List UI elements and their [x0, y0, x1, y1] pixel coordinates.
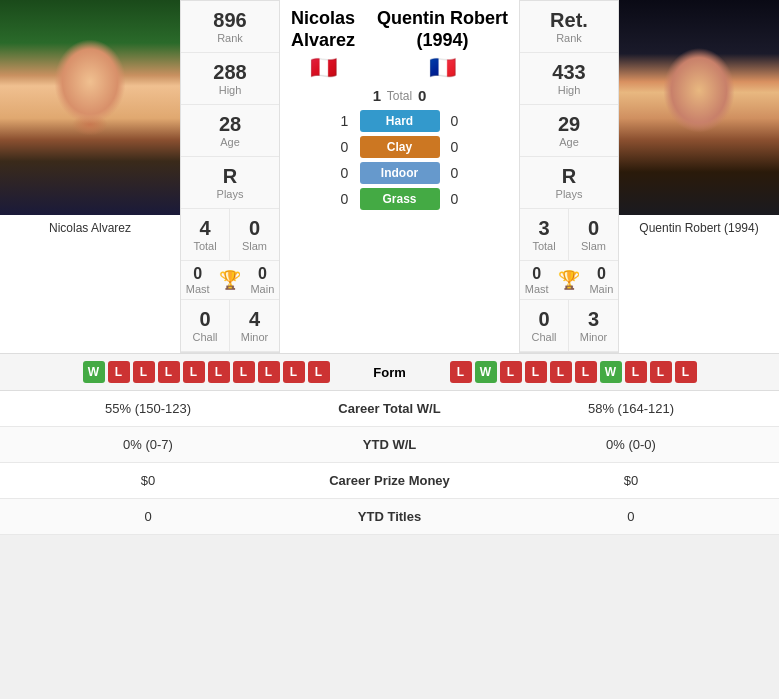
- left-age-block: 28 Age: [181, 105, 279, 157]
- form-badge-l: L: [550, 361, 572, 383]
- right-main-lbl: Main: [589, 283, 613, 295]
- hard-right: 0: [446, 113, 464, 129]
- right-trophy-row: 0 Mast 🏆 0 Main: [520, 261, 618, 300]
- right-total-block: 3 Total: [520, 209, 569, 261]
- right-rank-val: Ret.: [520, 9, 618, 32]
- form-badge-l: L: [108, 361, 130, 383]
- clay-left: 0: [336, 139, 354, 155]
- right-total-val: 3: [520, 217, 568, 240]
- left-high-lbl: High: [181, 84, 279, 96]
- form-badge-l: L: [625, 361, 647, 383]
- form-section: WLLLLLLLLL Form LWLLLLWLLL: [0, 353, 779, 391]
- right-stats-block: Ret. Rank 433 High 29 Age R Plays 3 Tota…: [519, 0, 619, 353]
- surface-hard-row: 1 Hard 0: [336, 110, 464, 132]
- right-plays-val: R: [520, 165, 618, 188]
- surface-grass-row: 0 Grass 0: [336, 188, 464, 210]
- left-career-wl: 55% (150-123): [0, 391, 296, 427]
- right-chall-lbl: Chall: [520, 331, 568, 343]
- hard-left: 1: [336, 113, 354, 129]
- center-right-name: Quentin Robert (1994) 🇫🇷: [377, 8, 508, 81]
- form-badge-w: W: [83, 361, 105, 383]
- form-badge-l: L: [233, 361, 255, 383]
- main-container: Nicolas Alvarez 896 Rank 288 High 28 Age…: [0, 0, 779, 535]
- career-wl-label: Career Total W/L: [296, 391, 483, 427]
- right-chall-block: 0 Chall: [520, 300, 569, 352]
- left-minor-block: 4 Minor: [230, 300, 279, 352]
- total-left-score: 1: [367, 87, 387, 104]
- right-career-wl: 58% (164-121): [483, 391, 779, 427]
- right-player-name: Quentin Robert (1994): [639, 221, 758, 235]
- center-block: Nicolas Alvarez 🇵🇪 Quentin Robert (1994)…: [280, 0, 519, 353]
- stats-table: 55% (150-123) Career Total W/L 58% (164-…: [0, 391, 779, 535]
- ytd-titles-label: YTD Titles: [296, 499, 483, 535]
- left-rank-lbl: Rank: [181, 32, 279, 44]
- total-label: Total: [387, 89, 412, 103]
- left-player-name: Nicolas Alvarez: [49, 221, 131, 235]
- center-right-name-text: Quentin Robert (1994): [377, 8, 508, 51]
- left-slam-lbl: Slam: [230, 240, 279, 252]
- form-badge-w: W: [600, 361, 622, 383]
- right-minor-val: 3: [569, 308, 618, 331]
- career-wl-row: 55% (150-123) Career Total W/L 58% (164-…: [0, 391, 779, 427]
- right-plays-lbl: Plays: [520, 188, 618, 200]
- left-stats-block: 896 Rank 288 High 28 Age R Plays 4 Total: [180, 0, 280, 353]
- right-slam-val: 0: [569, 217, 618, 240]
- right-plays-block: R Plays: [520, 157, 618, 209]
- total-header: 1 Total 0: [363, 85, 436, 106]
- left-trophy-icon: 🏆: [219, 269, 241, 291]
- right-main-val: 0: [589, 265, 613, 283]
- right-ytd-wl: 0% (0-0): [483, 427, 779, 463]
- left-mast-lbl: Mast: [186, 283, 210, 295]
- form-badge-l: L: [450, 361, 472, 383]
- right-total-lbl: Total: [520, 240, 568, 252]
- ytd-wl-row: 0% (0-7) YTD W/L 0% (0-0): [0, 427, 779, 463]
- left-player-face: [0, 0, 180, 215]
- center-left-name: Nicolas Alvarez 🇵🇪: [291, 8, 355, 81]
- total-right-score: 0: [412, 87, 432, 104]
- prize-label: Career Prize Money: [296, 463, 483, 499]
- right-high-val: 433: [520, 61, 618, 84]
- right-prize: $0: [483, 463, 779, 499]
- form-badge-l: L: [575, 361, 597, 383]
- center-left-name-text: Nicolas Alvarez: [291, 8, 355, 51]
- left-slam-block: 0 Slam: [230, 209, 279, 261]
- left-ytd-wl: 0% (0-7): [0, 427, 296, 463]
- form-badge-l: L: [183, 361, 205, 383]
- right-flag: 🇫🇷: [377, 55, 508, 81]
- left-high-block: 288 High: [181, 53, 279, 105]
- left-chall-val: 0: [181, 308, 229, 331]
- left-age-val: 28: [181, 113, 279, 136]
- left-minor-lbl: Minor: [230, 331, 279, 343]
- right-chall-val: 0: [520, 308, 568, 331]
- form-badge-l: L: [158, 361, 180, 383]
- form-badge-l: L: [258, 361, 280, 383]
- prize-row: $0 Career Prize Money $0: [0, 463, 779, 499]
- indoor-right: 0: [446, 165, 464, 181]
- grass-right: 0: [446, 191, 464, 207]
- grass-left: 0: [336, 191, 354, 207]
- right-age-val: 29: [520, 113, 618, 136]
- left-mast-val: 0: [186, 265, 210, 283]
- left-plays-lbl: Plays: [181, 188, 279, 200]
- right-high-lbl: High: [520, 84, 618, 96]
- left-total-lbl: Total: [181, 240, 229, 252]
- hard-button: Hard: [360, 110, 440, 132]
- right-mast-block: 0 Mast: [525, 265, 549, 295]
- right-rank-block: Ret. Rank: [520, 1, 618, 53]
- form-badge-l: L: [650, 361, 672, 383]
- left-rank-block: 896 Rank: [181, 1, 279, 53]
- left-age-lbl: Age: [181, 136, 279, 148]
- left-player-name-box: Nicolas Alvarez: [45, 215, 135, 241]
- right-player-photo: [619, 0, 779, 215]
- left-chall-lbl: Chall: [181, 331, 229, 343]
- left-trophy-row: 0 Mast 🏆 0 Main: [181, 261, 279, 300]
- left-chall-block: 0 Chall: [181, 300, 230, 352]
- form-badge-l: L: [308, 361, 330, 383]
- right-slam-block: 0 Slam: [569, 209, 618, 261]
- right-age-block: 29 Age: [520, 105, 618, 157]
- ytd-wl-label: YTD W/L: [296, 427, 483, 463]
- form-badge-l: L: [283, 361, 305, 383]
- right-form-badges: LWLLLLWLLL: [440, 361, 772, 383]
- left-total-val: 4: [181, 217, 229, 240]
- left-high-val: 288: [181, 61, 279, 84]
